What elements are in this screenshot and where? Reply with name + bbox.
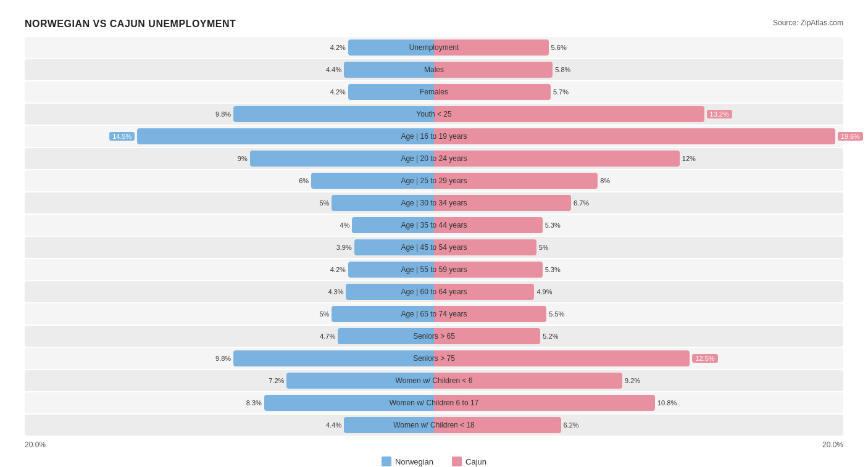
chart-title: NORWEGIAN VS CAJUN UNEMPLOYMENT — [25, 19, 236, 30]
bar-value-left: 6% — [299, 177, 309, 184]
bar-right — [434, 395, 655, 411]
bar-value-right: 5% — [539, 244, 549, 251]
bar-value-left: 7.2% — [269, 377, 284, 384]
bar-value-left: 5% — [319, 310, 329, 318]
bar-row: Age | 30 to 34 years5%6.7% — [25, 192, 843, 213]
legend-box-cajun — [452, 457, 462, 466]
bar-value-right: 6.2% — [564, 421, 579, 429]
bar-row: Seniors > 759.8%12.5% — [25, 348, 843, 369]
bar-right — [434, 128, 835, 144]
bar-row: Age | 65 to 74 years5%5.5% — [25, 304, 843, 324]
bar-value-right: 8% — [600, 177, 610, 184]
legend-label-cajun: Cajun — [465, 457, 486, 466]
bar-left — [233, 106, 434, 122]
bar-row: Age | 45 to 54 years3.9%5% — [25, 237, 843, 258]
bar-row: Seniors > 654.7%5.2% — [25, 326, 843, 347]
axis-label-left: 20.0% — [25, 440, 46, 449]
bar-right — [434, 239, 536, 255]
bar-right — [434, 151, 680, 167]
legend-item-norwegian: Norwegian — [382, 457, 433, 466]
bar-left — [332, 306, 434, 322]
bars-area: Unemployment4.2%5.6%Males4.4%5.8%Females… — [25, 37, 843, 436]
bar-row: Age | 55 to 59 years4.2%5.3% — [25, 259, 843, 280]
chart-header: NORWEGIAN VS CAJUN UNEMPLOYMENT Source: … — [25, 19, 843, 30]
bar-left — [354, 239, 434, 255]
bar-left — [264, 395, 434, 411]
bar-value-left: 5% — [319, 199, 329, 207]
bar-value-left: 4.2% — [330, 266, 346, 273]
bar-left — [286, 373, 434, 389]
bar-row: Age | 20 to 24 years9%12% — [25, 148, 843, 169]
bar-left — [311, 173, 434, 189]
bar-row: Age | 35 to 44 years4%5.3% — [25, 215, 843, 236]
bar-right — [434, 306, 546, 322]
bar-left — [137, 128, 434, 144]
bar-value-left: 14.5% — [109, 133, 135, 140]
bar-value-left: 4% — [340, 221, 350, 229]
bar-left — [348, 39, 434, 56]
legend-box-norwegian — [382, 457, 391, 466]
bar-row: Males4.4%5.8% — [25, 59, 843, 80]
bar-left — [344, 62, 434, 78]
bar-right — [434, 262, 543, 278]
bar-value-right: 5.8% — [555, 66, 570, 73]
chart-container: NORWEGIAN VS CAJUN UNEMPLOYMENT Source: … — [12, 12, 856, 467]
bar-value-right: 5.6% — [551, 44, 567, 51]
legend-label-norwegian: Norwegian — [395, 457, 433, 466]
bar-left — [348, 262, 434, 278]
axis-label-right: 20.0% — [822, 440, 843, 449]
bar-right — [434, 173, 598, 189]
bar-value-left: 9.8% — [215, 110, 231, 118]
bar-row: Age | 16 to 19 years14.5%19.6% — [25, 126, 843, 147]
bar-left — [338, 328, 434, 344]
bar-value-left: 4.2% — [330, 44, 346, 51]
bar-row: Youth < 259.8%13.2% — [25, 104, 843, 125]
bar-row: Unemployment4.2%5.6% — [25, 37, 843, 58]
legend-item-cajun: Cajun — [452, 457, 486, 466]
bar-right — [434, 195, 571, 211]
bar-right — [434, 217, 543, 233]
bar-row: Age | 60 to 64 years4.3%4.9% — [25, 281, 843, 302]
bar-left — [332, 195, 434, 211]
bar-value-left: 4.3% — [328, 288, 343, 295]
bar-value-right: 5.3% — [545, 266, 561, 273]
bar-value-right: 5.5% — [549, 310, 564, 318]
bar-value-left: 4.7% — [320, 333, 335, 340]
bar-left — [346, 284, 434, 300]
bar-value-left: 4.4% — [326, 421, 341, 429]
bar-value-right: 12% — [682, 155, 696, 162]
chart-source: Source: ZipAtlas.com — [773, 19, 843, 27]
bar-value-right: 12.5% — [692, 355, 717, 362]
bar-value-right: 6.7% — [574, 199, 589, 207]
bar-row: Women w/ Children < 67.2%9.2% — [25, 370, 843, 391]
bar-value-right: 13.2% — [707, 110, 732, 118]
axis-row: 20.0% 20.0% — [25, 437, 843, 452]
bar-left — [352, 217, 434, 233]
bar-value-left: 8.3% — [246, 399, 262, 407]
bar-value-right: 5.3% — [545, 221, 561, 229]
bar-right — [434, 350, 690, 366]
bar-right — [434, 84, 551, 100]
bar-row: Age | 25 to 29 years6%8% — [25, 170, 843, 191]
bar-value-left: 9% — [238, 155, 248, 162]
bar-value-right: 5.7% — [553, 88, 569, 96]
bar-value-right: 4.9% — [536, 288, 552, 295]
bar-value-right: 5.2% — [543, 333, 558, 340]
bar-right — [434, 417, 561, 433]
bar-row: Women w/ Children < 184.4%6.2% — [25, 415, 843, 436]
bar-right — [434, 39, 549, 56]
bar-value-right: 19.6% — [838, 133, 863, 140]
bar-value-right: 10.8% — [657, 399, 677, 407]
bar-left — [250, 151, 434, 167]
bar-right — [434, 106, 704, 122]
bar-value-left: 4.4% — [326, 66, 341, 73]
bar-right — [434, 328, 540, 344]
bar-right — [434, 62, 553, 78]
bar-left — [233, 350, 434, 366]
bar-value-left: 3.9% — [336, 244, 352, 251]
bar-row: Women w/ Children 6 to 178.3%10.8% — [25, 392, 843, 413]
legend: Norwegian Cajun — [25, 457, 843, 466]
bar-value-right: 9.2% — [625, 377, 640, 384]
bar-left — [348, 84, 434, 100]
bar-value-left: 4.2% — [330, 88, 346, 96]
